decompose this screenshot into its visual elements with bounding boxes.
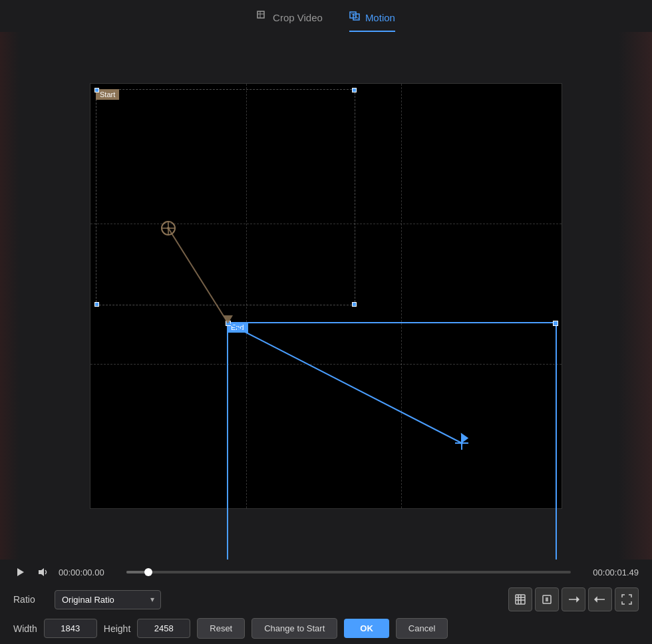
tab-motion[interactable]: Motion xyxy=(349,11,395,32)
ratio-row: Ratio Original Ratio 16:9 9:16 4:3 1:1 C… xyxy=(13,587,639,611)
left-blur xyxy=(0,32,20,560)
app-container: Crop Video Motion xyxy=(0,0,652,644)
ok-button[interactable]: OK xyxy=(344,619,389,638)
ratio-select-wrapper[interactable]: Original Ratio 16:9 9:16 4:3 1:1 Custom xyxy=(55,590,161,609)
right-blur xyxy=(619,32,652,560)
volume-button[interactable] xyxy=(36,565,51,579)
height-input[interactable]: 2458 xyxy=(137,619,190,638)
time-current: 00:00:00.00 xyxy=(59,567,118,577)
fit-frame-icon-btn[interactable] xyxy=(535,587,559,611)
start-handle-tr[interactable] xyxy=(352,88,357,92)
tab-crop-video[interactable]: Crop Video xyxy=(257,11,323,32)
start-handle-tl[interactable] xyxy=(94,88,99,92)
icon-toolbar xyxy=(508,587,639,611)
svg-marker-18 xyxy=(39,568,44,576)
end-handle-tr[interactable] xyxy=(553,321,558,326)
play-button[interactable] xyxy=(13,565,28,579)
bottom-controls: 00:00:00.00 00:00:01.49 Ratio Original R… xyxy=(0,560,652,644)
video-canvas: Start End xyxy=(90,83,562,509)
height-label: Height xyxy=(104,623,130,634)
playback-row: 00:00:00.00 00:00:01.49 xyxy=(13,565,639,579)
width-label: Width xyxy=(13,623,37,634)
action-row: Width 1843 Height 2458 Reset Change to S… xyxy=(13,618,639,639)
svg-rect-19 xyxy=(516,595,525,604)
tab-crop-label: Crop Video xyxy=(273,12,323,23)
cancel-button[interactable]: Cancel xyxy=(396,618,448,639)
width-input[interactable]: 1843 xyxy=(44,619,97,638)
end-handle-tl[interactable] xyxy=(226,321,231,326)
svg-marker-31 xyxy=(595,597,597,601)
change-to-start-button[interactable]: Change to Start xyxy=(251,618,337,639)
svg-rect-0 xyxy=(257,11,264,18)
start-box[interactable]: Start xyxy=(96,89,355,305)
fullscreen-icon-btn[interactable] xyxy=(615,587,639,611)
svg-marker-17 xyxy=(17,568,24,576)
tab-motion-label: Motion xyxy=(365,12,395,23)
crop-icon xyxy=(257,11,267,24)
crop-grid-icon-btn[interactable] xyxy=(508,587,532,611)
end-box[interactable]: End xyxy=(227,322,557,560)
timeline-track[interactable] xyxy=(126,571,571,573)
expand-right-icon-btn[interactable] xyxy=(562,587,585,611)
time-end: 00:00:01.49 xyxy=(579,567,639,577)
start-handle-bl[interactable] xyxy=(94,302,99,307)
motion-icon xyxy=(349,11,360,24)
ratio-select[interactable]: Original Ratio 16:9 9:16 4:3 1:1 Custom xyxy=(55,590,161,609)
canvas-area: Start End xyxy=(0,32,652,560)
start-handle-br[interactable] xyxy=(352,302,357,307)
expand-left-icon-btn[interactable] xyxy=(588,587,612,611)
svg-marker-29 xyxy=(577,597,579,601)
timeline-thumb[interactable] xyxy=(144,568,152,576)
reset-button[interactable]: Reset xyxy=(197,618,245,639)
ratio-label: Ratio xyxy=(13,594,47,605)
header-tabs: Crop Video Motion xyxy=(0,0,652,32)
start-label: Start xyxy=(96,89,119,100)
